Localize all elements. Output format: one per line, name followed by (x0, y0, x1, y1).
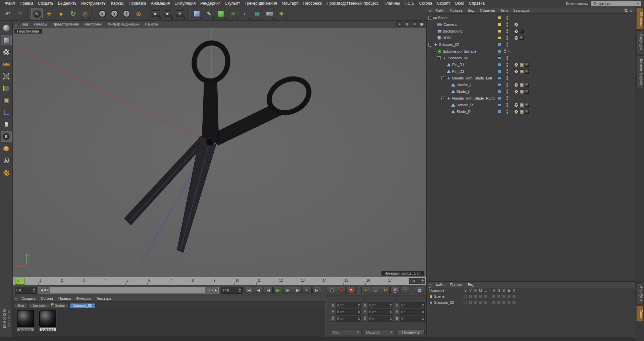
object-row[interactable]: Blade_L (427, 88, 635, 95)
object-row[interactable]: −Subdivision_Surface✓ (427, 48, 635, 55)
generators-button[interactable] (215, 8, 227, 19)
layer-color-chip[interactable] (498, 90, 501, 93)
lock-workplane-button[interactable] (1, 156, 12, 166)
menu-item[interactable]: Справка (467, 0, 487, 7)
phong-tag[interactable] (520, 103, 524, 107)
uvw-tag[interactable] (514, 63, 519, 67)
key-rotation-button[interactable]: ↻ (381, 287, 390, 294)
side-tab[interactable]: Контент-браузер (636, 55, 643, 89)
layer-color-chip[interactable] (498, 97, 501, 100)
object-menu-item[interactable]: Вид (465, 7, 477, 13)
material-menu-item[interactable]: Функции (73, 295, 93, 301)
visibility-dots[interactable] (506, 56, 508, 60)
environment-objects-button[interactable]: ▦ (252, 8, 263, 19)
layer-toggle-v[interactable] (469, 301, 472, 304)
object-menu-item[interactable]: Правка (447, 7, 465, 13)
layer-toggle-l[interactable] (484, 301, 487, 304)
material-tag[interactable] (525, 90, 529, 94)
collapse-icon[interactable]: − (428, 16, 432, 20)
menu-item[interactable]: Симуляция (172, 0, 198, 7)
axis-mode-button[interactable] (1, 107, 12, 118)
scale-tool[interactable]: ■ (55, 8, 67, 19)
object-row[interactable]: Handle_L (427, 81, 635, 88)
layer-color-chip[interactable] (498, 30, 501, 33)
viewport-menu-item[interactable]: Камеры (31, 21, 50, 27)
primitive-cube-button[interactable] (191, 8, 203, 19)
phong-tag[interactable] (520, 90, 524, 94)
compositing-tag[interactable] (520, 29, 524, 34)
layer-color-chip[interactable] (498, 36, 501, 40)
viewport-menu-item[interactable]: Настройки (82, 21, 105, 27)
menu-item[interactable]: Трекер движения (242, 0, 279, 7)
uvw-tag[interactable] (514, 29, 519, 34)
visibility-dots[interactable] (506, 63, 508, 67)
move-tool[interactable]: + (43, 8, 55, 19)
position-input[interactable] (336, 316, 361, 322)
rotation-dropdown[interactable]: -- (395, 296, 425, 301)
menu-item[interactable]: Плагины (381, 0, 402, 7)
size-input[interactable] (368, 316, 393, 322)
object-menu-item[interactable]: Файл (433, 7, 447, 13)
menu-item[interactable]: Выделить (56, 0, 79, 7)
material-layer-tab[interactable]: Без слоя (29, 303, 50, 308)
enabled-checkmark[interactable]: ✓ (507, 49, 510, 54)
layer-toggle-s[interactable] (464, 301, 467, 304)
layer-color-chip[interactable] (498, 16, 501, 19)
position-dropdown[interactable]: -- (331, 296, 361, 301)
object-row[interactable]: Background (427, 28, 635, 35)
search-icon[interactable] (625, 9, 627, 12)
layer-color-chip[interactable] (498, 83, 501, 87)
rotation-input[interactable] (400, 302, 425, 308)
texture-mode-button[interactable] (1, 47, 12, 57)
object-row[interactable]: Blade_R (427, 108, 635, 115)
uvw-tag[interactable] (514, 36, 519, 40)
phong-tag[interactable] (520, 63, 524, 67)
rotation-input[interactable] (400, 309, 425, 315)
current-frame-field[interactable]: 0 К (15, 287, 37, 294)
material-item[interactable]: Scissors (39, 310, 57, 335)
position-input[interactable] (336, 302, 361, 308)
maximize-view-icon[interactable]: ▣ (419, 21, 425, 27)
object-row[interactable]: Handle_R (427, 102, 635, 108)
layer-color-chip[interactable] (498, 110, 501, 113)
preview-range-slider[interactable]: 0 К 17 К (38, 287, 219, 294)
material-tag[interactable] (520, 36, 524, 40)
goto-end-button[interactable]: ▶| (312, 287, 321, 294)
menu-item[interactable]: Правка (17, 0, 36, 7)
record-autokey-button[interactable] (337, 287, 346, 294)
layer-menu-item[interactable]: Файл (433, 282, 447, 288)
layer-toggle-a[interactable] (492, 295, 496, 298)
layer-color-chip[interactable] (498, 43, 501, 46)
side-tab[interactable]: Структура (636, 31, 643, 54)
home-icon[interactable]: ⌂ (630, 8, 632, 13)
live-selection-tool[interactable]: ↖ (31, 8, 43, 19)
space-dropdown[interactable]: Мир (331, 330, 362, 335)
edges-mode-button[interactable] (1, 83, 12, 94)
viewport-menu-item[interactable]: Панели (142, 21, 160, 27)
lock-y-axis-button[interactable]: Y (109, 8, 120, 19)
layout-dropdown[interactable]: Стартовая (591, 1, 641, 6)
loop-button[interactable]: ↻ (303, 287, 312, 294)
object-row[interactable]: −Scissors_02 (427, 41, 635, 48)
layer-toggle-l[interactable] (484, 295, 487, 298)
next-key-button[interactable]: |▶ (293, 287, 302, 294)
visibility-dots[interactable] (506, 83, 508, 87)
layer-color-chip[interactable] (498, 76, 501, 80)
range-start-handle[interactable]: 0 К (39, 287, 50, 293)
visibility-dots[interactable] (506, 69, 508, 73)
undo-button[interactable]: ↶ (2, 8, 13, 19)
viewport-menu-item[interactable]: Представление (50, 21, 82, 27)
mode-dropdown[interactable]: Масштаб (364, 330, 395, 335)
collapse-icon[interactable]: − (428, 43, 432, 47)
side-tab[interactable]: Объекты (636, 8, 643, 29)
menu-item[interactable]: Производственный процесс (324, 0, 381, 7)
object-menu-item[interactable]: Теги (498, 7, 511, 13)
layer-toggle-x[interactable] (512, 295, 516, 298)
layer-color-chip[interactable] (498, 63, 501, 66)
visibility-dots[interactable] (506, 22, 508, 26)
menu-item[interactable]: Файл (3, 0, 17, 7)
key-position-button[interactable]: + (361, 287, 370, 294)
key-parameter-button[interactable]: P (390, 287, 399, 294)
material-tag[interactable] (525, 110, 529, 114)
material-menu-item[interactable]: Правка (56, 295, 73, 301)
